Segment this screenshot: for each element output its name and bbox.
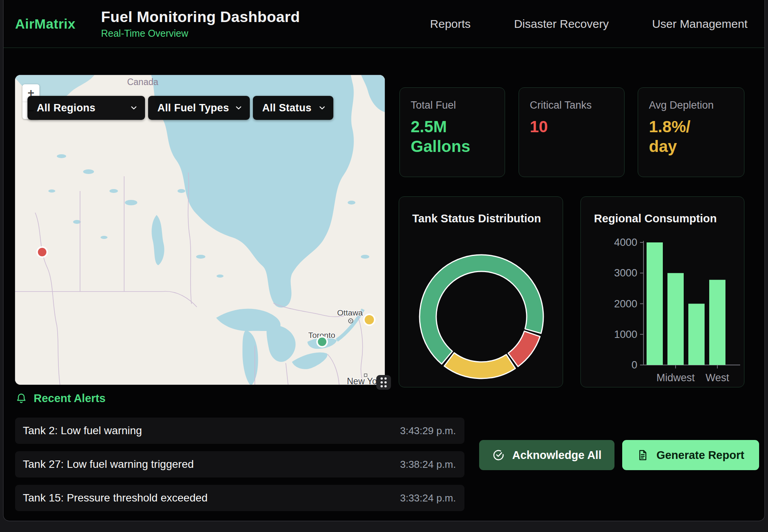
tank-marker-warning[interactable] (364, 314, 375, 325)
report-document-icon (637, 449, 649, 461)
page-title: Fuel Monitoring Dashboard (101, 9, 300, 26)
stat-value: 1.8%/ day (649, 117, 733, 156)
svg-text:Midwest: Midwest (656, 372, 695, 384)
tank-status-distribution-card: Tank Status Distribution (399, 196, 563, 387)
nav-reports[interactable]: Reports (430, 17, 471, 31)
chevron-down-icon (235, 104, 242, 111)
generate-report-button[interactable]: Generate Report (622, 440, 759, 470)
status-filter-value: All Status (262, 102, 312, 114)
alert-time: 3:33:24 p.m. (400, 492, 456, 504)
map[interactable]: Canada Ottawa Toronto New York + − All R… (15, 75, 385, 385)
acknowledge-all-button[interactable]: Acknowledge All (479, 440, 614, 470)
bar-2 (688, 304, 705, 365)
alert-row[interactable]: Tank 27: Low fuel warning triggered 3:38… (15, 451, 464, 477)
alert-time: 3:38:24 p.m. (400, 459, 456, 471)
header: AirMatrix Fuel Monitoring Dashboard Real… (3, 0, 765, 48)
svg-text:0: 0 (631, 359, 637, 371)
page-subtitle: Real-Time Overview (101, 28, 300, 39)
tank-marker-normal[interactable] (317, 337, 327, 347)
bar-3 (709, 280, 725, 365)
main-nav: Reports Disaster Recovery User Managemen… (430, 17, 748, 31)
chart-title: Regional Consumption (594, 212, 717, 225)
page-title-block: Fuel Monitoring Dashboard Real-Time Over… (101, 9, 300, 39)
svg-text:West: West (705, 372, 729, 384)
regional-consumption-card: 01000200030004000MidwestWest Regional Co… (580, 196, 744, 387)
bell-icon (15, 392, 27, 405)
alert-text: Tank 27: Low fuel warning triggered (23, 458, 194, 471)
region-filter-value: All Regions (37, 102, 96, 114)
alert-text: Tank 15: Pressure threshold exceeded (23, 492, 208, 504)
bar-0 (647, 242, 663, 365)
donut-segment-critical (508, 331, 540, 367)
recent-alerts-title: Recent Alerts (34, 392, 106, 405)
fuel-type-filter-dropdown[interactable]: All Fuel Types (148, 96, 250, 120)
donut-segment-warning (444, 353, 515, 379)
dashboard-container: AirMatrix Fuel Monitoring Dashboard Real… (3, 0, 765, 521)
check-circle-icon (492, 449, 505, 461)
map-label-canada: Canada (127, 77, 159, 87)
stat-value: 10 (530, 117, 613, 136)
chevron-down-icon (130, 104, 137, 111)
status-filter-dropdown[interactable]: All Status (253, 96, 333, 120)
region-filter-dropdown[interactable]: All Regions (27, 96, 145, 120)
regional-consumption-bar-chart: 01000200030004000MidwestWest (581, 197, 744, 387)
recent-alerts-header: Recent Alerts (15, 392, 106, 405)
generate-report-label: Generate Report (656, 449, 744, 462)
alert-time: 3:43:29 p.m. (400, 425, 456, 437)
alert-text: Tank 2: Low fuel warning (23, 425, 142, 437)
nav-user-management[interactable]: User Management (652, 17, 748, 31)
map-label-ottawa: Ottawa (337, 308, 363, 317)
svg-text:1000: 1000 (614, 329, 637, 340)
map-filters: All Regions All Fuel Types All Status (27, 96, 333, 120)
map-resize-handle[interactable] (376, 375, 391, 390)
alert-row[interactable]: Tank 15: Pressure threshold exceeded 3:3… (15, 485, 464, 511)
tank-marker-critical[interactable] (37, 247, 47, 257)
brand-logo: AirMatrix (15, 16, 75, 32)
svg-text:3000: 3000 (614, 267, 637, 279)
stat-card-avg-depletion: Avg Depletion 1.8%/ day (638, 87, 744, 177)
chart-title: Tank Status Distribution (412, 212, 541, 225)
acknowledge-all-label: Acknowledge All (512, 449, 602, 462)
tank-status-donut-chart (399, 197, 563, 387)
stat-card-total-fuel: Total Fuel 2.5M Gallons (399, 87, 505, 177)
fuel-type-filter-value: All Fuel Types (157, 102, 229, 114)
alert-row[interactable]: Tank 2: Low fuel warning 3:43:29 p.m. (15, 418, 464, 444)
stat-label: Total Fuel (411, 99, 494, 111)
stat-label: Avg Depletion (649, 99, 733, 111)
map-canvas: Canada Ottawa Toronto New York (15, 75, 385, 385)
svg-text:2000: 2000 (614, 298, 637, 310)
svg-text:4000: 4000 (614, 237, 637, 248)
stat-value: 2.5M Gallons (411, 117, 494, 156)
nav-disaster-recovery[interactable]: Disaster Recovery (514, 17, 609, 31)
bar-1 (667, 273, 684, 365)
stat-card-critical-tanks: Critical Tanks 10 (519, 87, 625, 177)
chevron-down-icon (319, 104, 326, 111)
stat-label: Critical Tanks (530, 99, 613, 111)
